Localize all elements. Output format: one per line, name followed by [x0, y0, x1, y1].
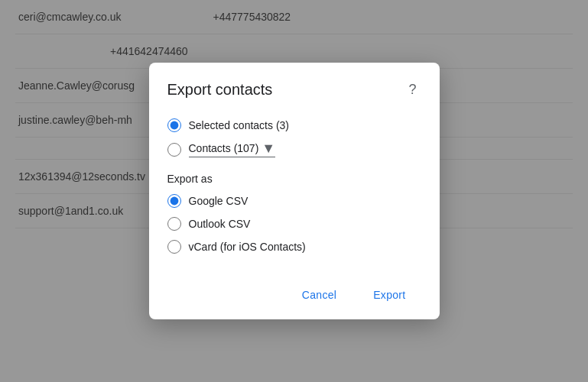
chevron-down-icon: ▼: [262, 141, 275, 155]
radio-google-csv-label: Google CSV: [189, 195, 249, 207]
export-as-label: Export as: [167, 173, 421, 185]
radio-item-all[interactable]: Contacts (107) ▼: [167, 137, 421, 162]
radio-selected-contacts[interactable]: [167, 118, 181, 132]
question-mark-icon: ?: [408, 82, 416, 98]
radio-item-selected[interactable]: Selected contacts (3): [167, 114, 421, 137]
radio-selected-contacts-label: Selected contacts (3): [189, 119, 290, 131]
radio-vcard-label: vCard (for iOS Contacts): [189, 241, 306, 253]
radio-google-csv[interactable]: [167, 194, 181, 208]
modal-overlay: Export contacts ? Selected contacts (3) …: [0, 0, 588, 382]
radio-outlook-csv-label: Outlook CSV: [189, 218, 251, 230]
radio-item-vcard[interactable]: vCard (for iOS Contacts): [167, 235, 421, 258]
export-as-section: Export as Google CSV Outlook CSV vCard (…: [167, 173, 421, 258]
contacts-dropdown[interactable]: Contacts (107) ▼: [189, 141, 276, 157]
dialog-actions: Cancel Export: [167, 277, 421, 307]
radio-item-outlook-csv[interactable]: Outlook CSV: [167, 212, 421, 235]
contacts-dropdown-label: Contacts (107): [189, 142, 259, 154]
export-contacts-dialog: Export contacts ? Selected contacts (3) …: [149, 63, 440, 319]
radio-outlook-csv[interactable]: [167, 217, 181, 231]
cancel-button[interactable]: Cancel: [287, 283, 352, 307]
radio-vcard[interactable]: [167, 240, 181, 254]
which-contacts-group: Selected contacts (3) Contacts (107) ▼: [167, 114, 421, 162]
export-format-group: Google CSV Outlook CSV vCard (for iOS Co…: [167, 189, 421, 258]
dialog-title: Export contacts: [167, 81, 397, 99]
radio-item-google-csv[interactable]: Google CSV: [167, 189, 421, 212]
export-button[interactable]: Export: [358, 283, 421, 307]
radio-all-contacts[interactable]: [167, 143, 181, 157]
dialog-header: Export contacts ?: [167, 81, 421, 99]
help-icon-button[interactable]: ?: [404, 82, 421, 99]
